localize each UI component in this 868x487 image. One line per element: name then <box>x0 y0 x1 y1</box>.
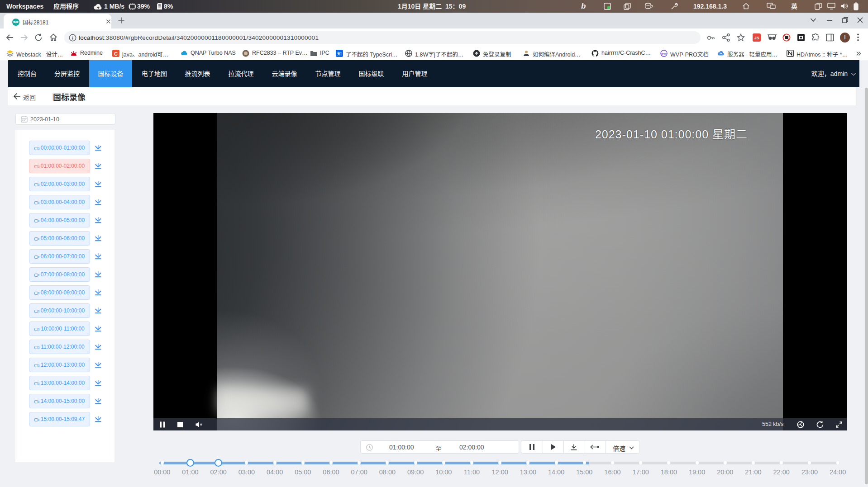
svg-text:C: C <box>114 51 118 57</box>
svg-text:JS: JS <box>754 36 759 40</box>
svg-text:WVP: WVP <box>661 52 667 55</box>
svg-text:知: 知 <box>337 51 342 56</box>
